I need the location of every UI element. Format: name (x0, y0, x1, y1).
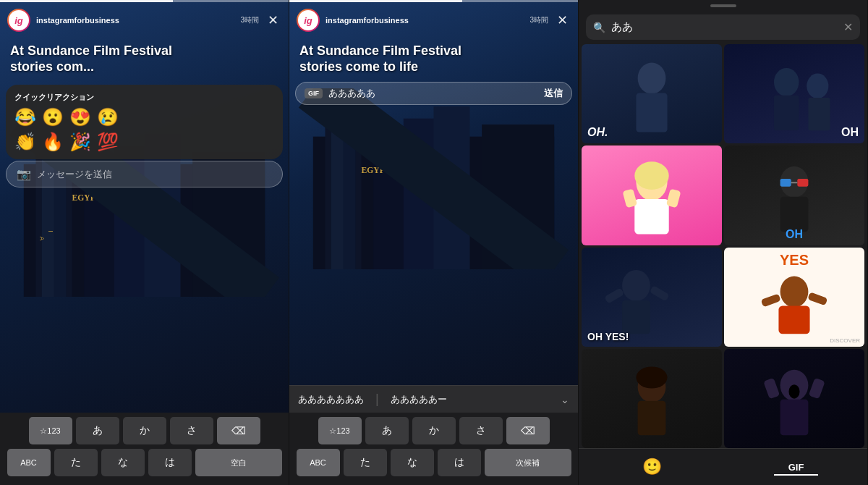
svg-rect-27 (808, 98, 830, 130)
svg-text:I: I (47, 230, 54, 232)
svg-rect-34 (780, 197, 809, 232)
kb-key-123[interactable]: ☆123 (29, 417, 72, 444)
gif-message-bar[interactable]: GIF あああああ 送信 (295, 82, 572, 105)
svg-point-22 (638, 63, 666, 94)
gif-bottom-tabs: 🙂 GIF (579, 448, 867, 485)
kb-key-na[interactable]: な (101, 449, 145, 476)
gif-text-oh3: OH (786, 228, 803, 241)
kb-key-abc[interactable]: ABC (7, 449, 51, 476)
svg-rect-39 (622, 300, 650, 333)
gif-cell-pink[interactable] (582, 146, 722, 245)
send-button[interactable]: 送信 (544, 87, 563, 100)
svg-rect-43 (778, 305, 809, 334)
chevron-down-icon[interactable]: ⌄ (561, 394, 569, 405)
sticker-tab[interactable]: 🙂 (628, 455, 676, 479)
gif-cell-black1[interactable] (582, 349, 722, 448)
kb-key-delete-2[interactable]: ⌫ (506, 417, 550, 444)
svg-rect-36 (797, 179, 808, 187)
gif-cell-oh3[interactable]: OH (724, 146, 864, 245)
autocomplete-bar: あああああああ | あああああー ⌄ (289, 385, 578, 413)
message-placeholder: メッセージを送信 (37, 168, 112, 181)
gif-text-oh1: OH. (587, 126, 608, 139)
search-icon: 🔍 (593, 22, 605, 33)
story-text-2: At Sundance Film Festival stories come t… (289, 36, 578, 82)
emoji-clap[interactable]: 👏 (14, 132, 36, 152)
emoji-wow[interactable]: 😮 (42, 107, 64, 127)
gif-cell-oh1[interactable]: OH. (582, 44, 722, 143)
kb-key-abc-2[interactable]: ABC (297, 449, 340, 476)
svg-rect-32 (666, 189, 681, 208)
svg-point-26 (807, 74, 828, 98)
emoji-fire[interactable]: 🔥 (42, 132, 64, 152)
gif-grid: OH. OH (579, 44, 867, 448)
kb-key-ka-2[interactable]: か (412, 417, 456, 444)
kb-key-ta-2[interactable]: た (344, 449, 387, 476)
kb-key-ta[interactable]: た (54, 449, 98, 476)
story-line2: stories com... (10, 59, 278, 75)
svg-rect-30 (634, 199, 668, 235)
svg-rect-44 (761, 293, 781, 307)
avatar-2: ig (297, 9, 320, 32)
gif-text-ohyes: OH YES! (587, 331, 629, 342)
close-button[interactable]: ✕ (265, 11, 281, 30)
gif-text-oh2: OH (841, 126, 859, 139)
svg-rect-41 (650, 285, 670, 301)
gif-input-text[interactable]: あああああ (328, 87, 538, 100)
autocomplete-item-2[interactable]: あああああー (391, 393, 447, 406)
story-header: ig instagramforbusiness 3時間 ✕ (0, 0, 289, 36)
gif-tab[interactable]: GIF (774, 459, 819, 476)
kb-key-na-2[interactable]: な (391, 449, 434, 476)
story-username: instagramforbusiness (36, 16, 234, 25)
kb-key-delete[interactable]: ⌫ (217, 417, 260, 444)
emoji-row-1: 😂 😮 😍 😢 (14, 107, 274, 127)
svg-point-48 (636, 366, 667, 388)
gif-search-bar[interactable]: 🔍 ああ ✕ (586, 14, 860, 40)
avatar-inner: ig (9, 10, 29, 30)
story-text: At Sundance Film Festival stories com... (0, 36, 289, 82)
gif-cell-ohyes[interactable]: OH YES! (582, 248, 722, 347)
kb-key-sa[interactable]: さ (170, 417, 213, 444)
gif-cell-black2[interactable] (724, 349, 864, 448)
search-input[interactable]: ああ (611, 20, 838, 34)
story-line1: At Sundance Film Festival (10, 43, 278, 59)
quick-reaction-popup: クイックリアクション 😂 😮 😍 😢 👏 🔥 🎉 💯 (6, 85, 283, 159)
emoji-laugh[interactable]: 😂 (14, 107, 36, 127)
svg-point-42 (780, 276, 809, 307)
emoji-100[interactable]: 💯 (97, 132, 119, 152)
emoji-cry[interactable]: 😢 (97, 107, 119, 127)
kb-key-a[interactable]: あ (76, 417, 119, 444)
panel-story-gif-input: EGYPTIAN ig instagramforbusiness 3時間 ✕ (289, 0, 579, 485)
progress-bar-2 (289, 0, 578, 2)
emoji-row-2: 👏 🔥 🎉 💯 (14, 132, 274, 152)
emoji-party[interactable]: 🎉 (69, 132, 91, 152)
kb-key-next-candidate[interactable]: 次候補 (485, 449, 571, 476)
story-line1-2: At Sundance Film Festival (299, 43, 568, 59)
search-clear-button[interactable]: ✕ (843, 20, 853, 34)
autocomplete-item-1[interactable]: あああああああ (298, 393, 364, 406)
svg-rect-53 (809, 378, 825, 399)
kb-key-ha[interactable]: は (148, 449, 192, 476)
kb-row-1: ☆123 あ か さ ⌫ (3, 417, 286, 444)
ig-logo-icon-2: ig (304, 15, 312, 26)
svg-rect-52 (763, 378, 780, 399)
kb-key-a-2[interactable]: あ (365, 417, 409, 444)
emoji-heart-eyes[interactable]: 😍 (69, 107, 91, 127)
svg-rect-40 (604, 287, 624, 303)
kb-key-sa-2[interactable]: さ (459, 417, 503, 444)
gif-discover-label: DISCOVER (830, 337, 860, 344)
kb-key-ha-2[interactable]: は (438, 449, 481, 476)
svg-rect-25 (774, 96, 799, 131)
gif-cell-oh2[interactable]: OH (724, 44, 864, 143)
close-button-2[interactable]: ✕ (554, 11, 571, 30)
kb-row-2: ABC た な は 空白 (3, 449, 286, 476)
keyboard-panel2: ☆123 あ か さ ⌫ ABC た な は 次候補 (289, 413, 578, 485)
gif-cell-yes[interactable]: YES DISCOVER (724, 248, 864, 347)
gif-text-yes: YES (780, 252, 809, 269)
story-time-2: 3時間 (529, 15, 548, 25)
kb-key-space[interactable]: 空白 (195, 449, 282, 476)
kb-key-123-2[interactable]: ☆123 (318, 417, 362, 444)
kb-key-ka[interactable]: か (123, 417, 166, 444)
message-bar[interactable]: 📷 メッセージを送信 (6, 161, 283, 187)
kb-row-3: ☆123 あ か さ ⌫ (292, 417, 575, 444)
keyboard-panel1: ☆123 あ か さ ⌫ ABC た な は 空白 (0, 413, 289, 485)
